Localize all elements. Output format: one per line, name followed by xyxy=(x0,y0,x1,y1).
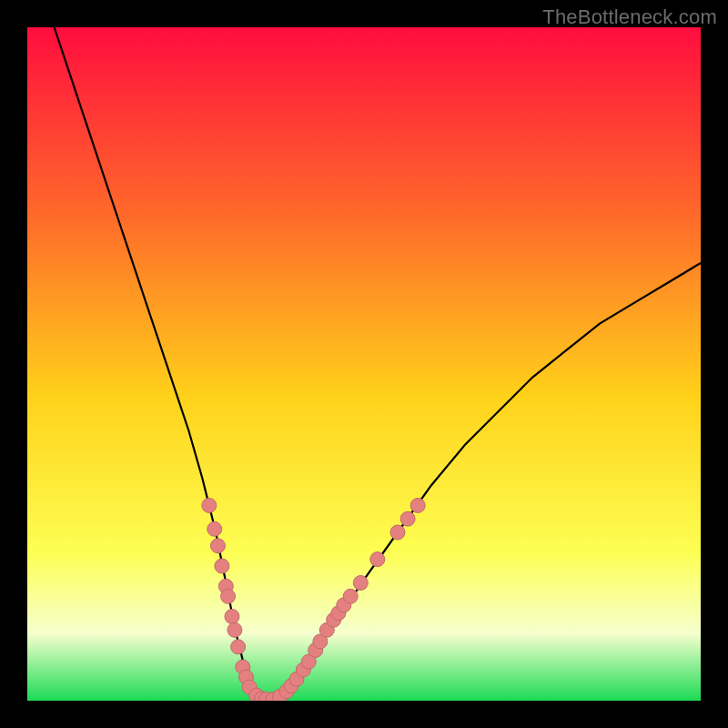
data-marker xyxy=(202,498,217,512)
data-marker xyxy=(228,622,242,637)
data-marker xyxy=(390,525,405,540)
data-marker xyxy=(343,589,358,603)
data-marker xyxy=(400,511,415,526)
chart-frame: TheBottleneck.com xyxy=(0,0,728,728)
data-marker xyxy=(207,521,222,536)
gradient-background xyxy=(27,27,701,701)
data-marker xyxy=(231,640,246,654)
data-marker xyxy=(353,576,368,591)
data-marker xyxy=(370,552,385,567)
data-marker xyxy=(410,498,425,512)
chart-svg xyxy=(27,27,701,701)
data-marker xyxy=(225,610,239,624)
watermark-text: TheBottleneck.com xyxy=(542,5,717,29)
plot-area xyxy=(27,27,701,701)
data-marker xyxy=(210,539,225,553)
data-marker xyxy=(221,589,236,603)
data-marker xyxy=(215,559,229,573)
